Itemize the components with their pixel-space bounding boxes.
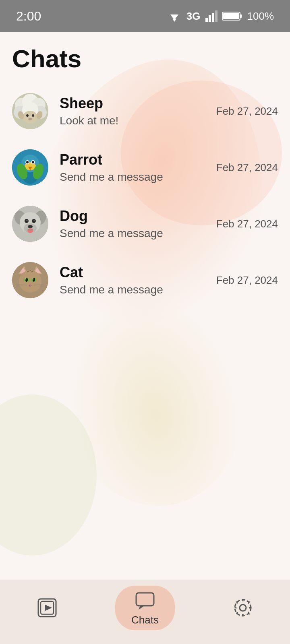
chat-name-sheep: Sheep bbox=[60, 95, 216, 112]
avatar-cat bbox=[12, 262, 48, 298]
svg-rect-2 bbox=[205, 18, 208, 22]
svg-point-52 bbox=[19, 270, 41, 293]
nav-item-media[interactable] bbox=[21, 593, 74, 622]
battery-percent: 100% bbox=[247, 10, 274, 23]
chat-preview-cat: Send me a message bbox=[60, 283, 216, 296]
svg-rect-8 bbox=[223, 13, 239, 19]
page-title: Chats bbox=[12, 44, 278, 73]
svg-point-58 bbox=[33, 279, 34, 280]
nav-item-chats[interactable]: Chats bbox=[115, 586, 175, 630]
chat-info-parrot: Parrot Send me a message bbox=[60, 151, 216, 184]
svg-marker-0 bbox=[170, 14, 178, 20]
nav-item-settings[interactable] bbox=[216, 593, 269, 622]
svg-point-56 bbox=[33, 278, 35, 282]
svg-point-20 bbox=[23, 111, 37, 124]
chat-info-dog: Dog Send me a message bbox=[60, 208, 216, 240]
svg-point-11 bbox=[0, 394, 97, 555]
chat-info-cat: Cat Send me a message bbox=[60, 264, 216, 296]
svg-point-44 bbox=[33, 220, 35, 221]
svg-marker-66 bbox=[45, 605, 52, 611]
chat-info-sheep: Sheep Look at me! bbox=[60, 95, 216, 127]
svg-point-46 bbox=[27, 228, 33, 233]
svg-point-45 bbox=[28, 225, 33, 228]
chat-name-parrot: Parrot bbox=[60, 151, 216, 168]
svg-point-22 bbox=[32, 114, 34, 117]
network-type: 3G bbox=[186, 10, 201, 23]
bottom-nav: Chats bbox=[0, 580, 290, 644]
svg-point-57 bbox=[25, 279, 27, 280]
svg-point-21 bbox=[26, 114, 29, 117]
chat-item-sheep[interactable]: Sheep Look at me! Feb 27, 2024 bbox=[12, 85, 278, 137]
chat-preview-sheep: Look at me! bbox=[60, 114, 216, 127]
svg-point-35 bbox=[32, 161, 34, 163]
chat-item-cat[interactable]: Cat Send me a message Feb 27, 2024 bbox=[12, 254, 278, 306]
chat-date-sheep: Feb 27, 2024 bbox=[216, 105, 278, 118]
svg-point-33 bbox=[26, 161, 29, 163]
chat-item-parrot[interactable]: Parrot Send me a message Feb 27, 2024 bbox=[12, 141, 278, 194]
wifi-icon bbox=[167, 10, 182, 22]
chat-name-dog: Dog bbox=[60, 208, 216, 225]
svg-rect-3 bbox=[209, 15, 211, 22]
svg-rect-7 bbox=[240, 14, 242, 18]
svg-marker-1 bbox=[173, 19, 176, 22]
avatar-dog bbox=[12, 206, 48, 242]
avatar-sheep bbox=[12, 93, 48, 129]
chat-date-cat: Feb 27, 2024 bbox=[216, 274, 278, 287]
svg-point-23 bbox=[28, 118, 32, 120]
nav-label-chats: Chats bbox=[131, 614, 159, 626]
chat-date-dog: Feb 27, 2024 bbox=[216, 218, 278, 230]
status-time: 2:00 bbox=[16, 9, 41, 24]
status-icons: 3G 100% bbox=[167, 10, 274, 23]
svg-point-43 bbox=[26, 220, 28, 221]
chats-icon bbox=[135, 590, 155, 611]
main-content: Chats bbox=[0, 32, 290, 306]
signal-icon bbox=[205, 10, 218, 22]
chat-item-dog[interactable]: Dog Send me a message Feb 27, 2024 bbox=[12, 198, 278, 250]
chat-date-parrot: Feb 27, 2024 bbox=[216, 161, 278, 174]
svg-point-69 bbox=[240, 605, 246, 611]
chat-list: Sheep Look at me! Feb 27, 2024 bbox=[12, 85, 278, 306]
chat-preview-parrot: Send me a message bbox=[60, 171, 216, 184]
avatar-parrot bbox=[12, 149, 48, 186]
svg-point-70 bbox=[235, 600, 251, 616]
settings-icon bbox=[232, 597, 253, 618]
chat-name-cat: Cat bbox=[60, 264, 216, 281]
svg-rect-67 bbox=[136, 593, 154, 606]
media-icon bbox=[37, 597, 58, 618]
svg-rect-5 bbox=[215, 10, 218, 22]
status-bar: 2:00 3G 100% bbox=[0, 0, 290, 32]
svg-point-55 bbox=[25, 278, 28, 282]
svg-rect-4 bbox=[212, 13, 214, 22]
battery-icon bbox=[222, 11, 242, 21]
chat-preview-dog: Send me a message bbox=[60, 227, 216, 240]
